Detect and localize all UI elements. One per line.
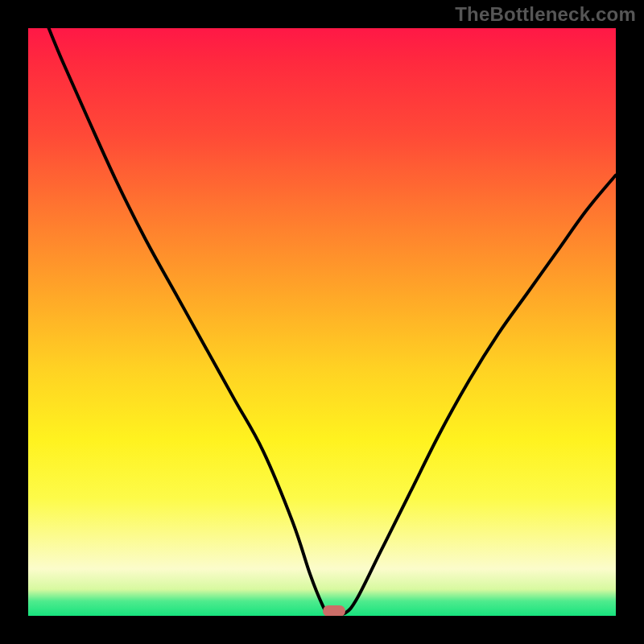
curve-layer (28, 28, 616, 616)
plot-area (28, 28, 616, 616)
watermark-label: TheBottleneck.com (455, 3, 636, 26)
optimum-marker (323, 605, 345, 616)
chart-frame: TheBottleneck.com (0, 0, 644, 644)
bottleneck-curve (49, 28, 616, 614)
